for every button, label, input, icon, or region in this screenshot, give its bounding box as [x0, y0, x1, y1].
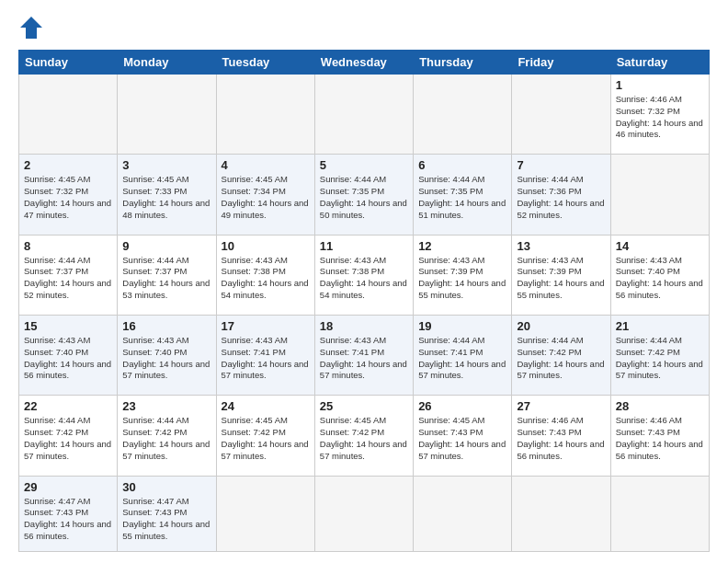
calendar-cell: 15Sunrise: 4:43 AMSunset: 7:40 PMDayligh… [19, 315, 118, 395]
calendar-cell: 11Sunrise: 4:43 AMSunset: 7:38 PMDayligh… [314, 235, 413, 315]
calendar-cell [19, 75, 118, 155]
day-info: Sunrise: 4:44 AMSunset: 7:41 PMDaylight:… [418, 335, 506, 382]
day-number: 1 [616, 78, 704, 92]
day-info: Sunrise: 4:47 AMSunset: 7:43 PMDaylight:… [122, 496, 210, 543]
day-info: Sunrise: 4:44 AMSunset: 7:37 PMDaylight:… [24, 255, 112, 302]
calendar-cell: 23Sunrise: 4:44 AMSunset: 7:42 PMDayligh… [118, 396, 216, 476]
calendar-cell: 20Sunrise: 4:44 AMSunset: 7:42 PMDayligh… [512, 315, 610, 395]
calendar-cell: 29Sunrise: 4:47 AMSunset: 7:43 PMDayligh… [19, 476, 118, 551]
calendar-cell: 18Sunrise: 4:43 AMSunset: 7:41 PMDayligh… [314, 315, 413, 395]
day-info: Sunrise: 4:44 AMSunset: 7:42 PMDaylight:… [616, 335, 704, 382]
day-info: Sunrise: 4:44 AMSunset: 7:36 PMDaylight:… [517, 174, 605, 221]
calendar-cell: 2Sunrise: 4:45 AMSunset: 7:32 PMDaylight… [19, 155, 118, 235]
day-number: 19 [418, 319, 506, 333]
calendar-cell: 28Sunrise: 4:46 AMSunset: 7:43 PMDayligh… [610, 396, 709, 476]
day-number: 11 [320, 239, 408, 253]
day-info: Sunrise: 4:45 AMSunset: 7:34 PMDaylight:… [222, 174, 310, 221]
day-header-monday: Monday [118, 51, 216, 75]
day-info: Sunrise: 4:43 AMSunset: 7:40 PMDaylight:… [24, 335, 112, 382]
day-number: 8 [24, 239, 112, 253]
calendar-cell: 22Sunrise: 4:44 AMSunset: 7:42 PMDayligh… [19, 396, 118, 476]
calendar-cell: 6Sunrise: 4:44 AMSunset: 7:35 PMDaylight… [414, 155, 512, 235]
calendar-cell: 30Sunrise: 4:47 AMSunset: 7:43 PMDayligh… [118, 476, 216, 551]
day-info: Sunrise: 4:44 AMSunset: 7:35 PMDaylight:… [418, 174, 506, 221]
day-info: Sunrise: 4:43 AMSunset: 7:39 PMDaylight:… [517, 255, 605, 302]
day-number: 20 [517, 319, 605, 333]
calendar-cell: 4Sunrise: 4:45 AMSunset: 7:34 PMDaylight… [216, 155, 314, 235]
day-header-friday: Friday [512, 51, 610, 75]
calendar-cell: 13Sunrise: 4:43 AMSunset: 7:39 PMDayligh… [512, 235, 610, 315]
day-number: 15 [24, 319, 112, 333]
day-info: Sunrise: 4:43 AMSunset: 7:41 PMDaylight:… [222, 335, 310, 382]
day-info: Sunrise: 4:46 AMSunset: 7:43 PMDaylight:… [517, 415, 605, 462]
day-number: 5 [320, 158, 408, 172]
calendar-cell [216, 476, 314, 551]
calendar-cell: 5Sunrise: 4:44 AMSunset: 7:35 PMDaylight… [314, 155, 413, 235]
day-header-sunday: Sunday [19, 51, 118, 75]
calendar-cell: 14Sunrise: 4:43 AMSunset: 7:40 PMDayligh… [610, 235, 709, 315]
day-header-wednesday: Wednesday [314, 51, 413, 75]
day-number: 14 [616, 239, 704, 253]
day-info: Sunrise: 4:47 AMSunset: 7:43 PMDaylight:… [24, 496, 112, 543]
day-number: 18 [320, 319, 408, 333]
day-number: 12 [418, 239, 506, 253]
day-info: Sunrise: 4:46 AMSunset: 7:43 PMDaylight:… [616, 415, 704, 462]
day-number: 22 [24, 399, 112, 413]
day-info: Sunrise: 4:43 AMSunset: 7:40 PMDaylight:… [616, 255, 704, 302]
calendar-cell: 10Sunrise: 4:43 AMSunset: 7:38 PMDayligh… [216, 235, 314, 315]
calendar-week-1: 1Sunrise: 4:46 AMSunset: 7:32 PMDaylight… [19, 75, 710, 155]
day-info: Sunrise: 4:43 AMSunset: 7:40 PMDaylight:… [122, 335, 210, 382]
calendar-week-6: 29Sunrise: 4:47 AMSunset: 7:43 PMDayligh… [19, 476, 710, 551]
day-info: Sunrise: 4:45 AMSunset: 7:42 PMDaylight:… [320, 415, 408, 462]
day-number: 16 [122, 319, 210, 333]
day-number: 30 [122, 480, 210, 494]
day-number: 27 [517, 399, 605, 413]
calendar-cell [610, 155, 709, 235]
day-number: 17 [222, 319, 310, 333]
day-number: 7 [517, 158, 605, 172]
day-info: Sunrise: 4:46 AMSunset: 7:32 PMDaylight:… [616, 94, 704, 141]
day-number: 3 [122, 158, 210, 172]
calendar-cell: 12Sunrise: 4:43 AMSunset: 7:39 PMDayligh… [414, 235, 512, 315]
day-number: 10 [222, 239, 310, 253]
calendar-cell: 1Sunrise: 4:46 AMSunset: 7:32 PMDaylight… [610, 75, 709, 155]
svg-marker-0 [20, 17, 42, 39]
day-info: Sunrise: 4:43 AMSunset: 7:39 PMDaylight:… [418, 255, 506, 302]
day-info: Sunrise: 4:44 AMSunset: 7:35 PMDaylight:… [320, 174, 408, 221]
calendar-cell [414, 75, 512, 155]
calendar-cell: 17Sunrise: 4:43 AMSunset: 7:41 PMDayligh… [216, 315, 314, 395]
day-info: Sunrise: 4:43 AMSunset: 7:38 PMDaylight:… [320, 255, 408, 302]
calendar-cell [314, 75, 413, 155]
calendar-cell [414, 476, 512, 551]
page: SundayMondayTuesdayWednesdayThursdayFrid… [0, 0, 728, 563]
calendar-cell: 7Sunrise: 4:44 AMSunset: 7:36 PMDaylight… [512, 155, 610, 235]
day-number: 26 [418, 399, 506, 413]
day-header-thursday: Thursday [414, 51, 512, 75]
day-number: 4 [222, 158, 310, 172]
calendar-week-2: 2Sunrise: 4:45 AMSunset: 7:32 PMDaylight… [19, 155, 710, 235]
calendar-cell: 26Sunrise: 4:45 AMSunset: 7:43 PMDayligh… [414, 396, 512, 476]
day-info: Sunrise: 4:45 AMSunset: 7:33 PMDaylight:… [122, 174, 210, 221]
logo-icon [18, 15, 44, 40]
calendar-cell: 8Sunrise: 4:44 AMSunset: 7:37 PMDaylight… [19, 235, 118, 315]
day-info: Sunrise: 4:45 AMSunset: 7:43 PMDaylight:… [418, 415, 506, 462]
calendar-cell: 3Sunrise: 4:45 AMSunset: 7:33 PMDaylight… [118, 155, 216, 235]
day-number: 28 [616, 399, 704, 413]
calendar-week-3: 8Sunrise: 4:44 AMSunset: 7:37 PMDaylight… [19, 235, 710, 315]
day-header-tuesday: Tuesday [216, 51, 314, 75]
day-number: 9 [122, 239, 210, 253]
calendar-cell: 25Sunrise: 4:45 AMSunset: 7:42 PMDayligh… [314, 396, 413, 476]
day-header-saturday: Saturday [610, 51, 709, 75]
day-number: 2 [24, 158, 112, 172]
calendar-cell: 9Sunrise: 4:44 AMSunset: 7:37 PMDaylight… [118, 235, 216, 315]
calendar-table: SundayMondayTuesdayWednesdayThursdayFrid… [18, 50, 710, 552]
calendar-cell [512, 476, 610, 551]
day-number: 29 [24, 480, 112, 494]
day-number: 6 [418, 158, 506, 172]
day-number: 13 [517, 239, 605, 253]
calendar-cell [216, 75, 314, 155]
calendar-cell [118, 75, 216, 155]
day-info: Sunrise: 4:45 AMSunset: 7:32 PMDaylight:… [24, 174, 112, 221]
day-number: 21 [616, 319, 704, 333]
day-info: Sunrise: 4:44 AMSunset: 7:42 PMDaylight:… [122, 415, 210, 462]
